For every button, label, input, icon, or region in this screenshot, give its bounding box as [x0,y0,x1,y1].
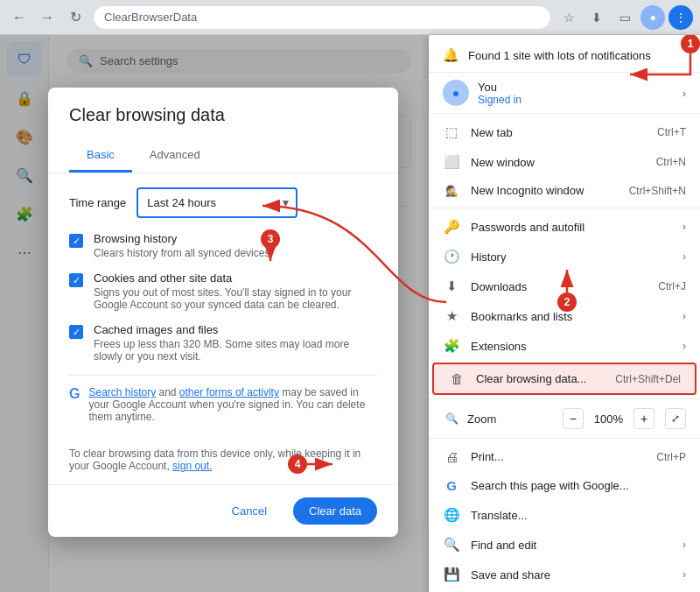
translate-label: Translate... [471,509,686,522]
bookmarks-label: Bookmarks and lists [471,310,672,323]
find-edit-label: Find and edit [471,539,672,552]
other-activity-link[interactable]: other forms of activity [179,386,279,398]
profile-avatar: ● [443,80,469,106]
save-share-arrow-icon: › [682,568,686,581]
dialog-footer: Cancel Clear data [48,484,398,537]
forward-button[interactable]: → [35,5,60,30]
history-arrow-icon: › [682,250,686,263]
dialog-title: Clear browsing data [48,88,398,139]
dialog-bottom-note: To clear browsing data from this device … [48,448,398,484]
menu-item-downloads[interactable]: ⬇ Downloads Ctrl+J [429,271,700,301]
refresh-button[interactable]: ↻ [63,5,88,30]
tab-advanced[interactable]: Advanced [132,139,218,173]
new-tab-label: New tab [471,126,647,139]
find-edit-arrow-icon: › [682,539,686,551]
chrome-menu-button[interactable]: ⋮ [668,5,693,30]
extensions-arrow-icon: › [682,340,686,352]
notification-text: Found 1 site with lots of notifications [468,49,651,62]
time-range-row: Time range Last hour Last 24 hours Last … [69,187,377,218]
menu-item-search-google[interactable]: G Search this page with Google... [429,471,700,500]
checkbox-browsing-history-check[interactable]: ✓ [69,234,83,248]
downloads-icon: ⬇ [443,278,460,294]
print-label: Print... [471,450,646,463]
zoom-icon: 🔍 [443,412,460,425]
address-bar[interactable]: ClearBrowserData [93,5,551,30]
menu-profile-row[interactable]: ● You Signed in › [429,73,700,114]
checkbox-cache-sub: Frees up less than 320 MB. Some sites ma… [94,338,377,363]
back-button[interactable]: ← [7,5,32,30]
history-icon: 🕐 [443,249,460,264]
search-google-icon: G [443,478,460,493]
menu-item-new-window[interactable]: ⬜ New window Ctrl+N [429,147,700,177]
clear-browsing-icon: 🗑 [448,371,466,386]
clear-data-button[interactable]: Clear data [293,497,377,525]
downloads-shortcut: Ctrl+J [658,280,686,292]
downloads-label: Downloads [471,280,648,293]
checkbox-cache-check[interactable]: ✓ [69,325,83,339]
tab-basic[interactable]: Basic [69,139,132,173]
checkbox-cookies: ✓ Cookies and other site data Signs you … [69,271,377,311]
menu-item-translate[interactable]: 🌐 Translate... [429,500,700,530]
bookmarks-arrow-icon: › [682,310,686,322]
bottom-note-text: To clear browsing data from this device … [69,448,360,472]
extensions-icon: 🧩 [443,338,460,354]
menu-notification: 🔔 Found 1 site with lots of notification… [429,39,700,73]
menu-item-print[interactable]: 🖨 Print... Ctrl+P [429,442,700,471]
menu-divider-1 [429,208,700,208]
menu-item-clear-browsing[interactable]: 🗑 Clear browsing data... Ctrl+Shift+Del [432,363,696,395]
menu-item-extensions[interactable]: 🧩 Extensions › [429,331,700,361]
menu-divider-3 [429,438,700,439]
extensions-label: Extensions [471,340,672,353]
incognito-shortcut: Ctrl+Shift+N [629,185,686,197]
find-edit-icon: 🔍 [443,537,460,553]
print-icon: 🖨 [443,449,460,464]
and-text: and [159,386,179,398]
download-icon-button[interactable]: ⬇ [584,5,609,30]
search-history-link[interactable]: Search history [88,386,156,398]
chrome-menu: 🔔 Found 1 site with lots of notification… [429,35,700,592]
screen-icon-button[interactable]: ▭ [612,5,637,30]
google-g-icon: G [69,386,80,402]
menu-item-incognito[interactable]: 🕵 New Incognito window Ctrl+Shift+N [429,177,700,204]
menu-item-bookmarks[interactable]: ★ Bookmarks and lists › [429,301,700,331]
menu-item-passwords[interactable]: 🔑 Passwords and autofill › [429,212,700,242]
dialog-body: Time range Last hour Last 24 hours Last … [48,173,398,448]
new-tab-icon: ⬚ [443,124,460,140]
zoom-minus-button[interactable]: − [563,408,584,429]
sign-out-link[interactable]: sign out. [172,460,212,472]
profile-name: You [478,81,522,94]
checkbox-browsing-sub: Clears history from all synced devices [94,247,270,259]
zoom-plus-button[interactable]: + [634,408,654,429]
browser-chrome: ← → ↻ ClearBrowserData ☆ ⬇ ▭ ● ⋮ [0,0,700,35]
menu-divider-2 [429,398,700,399]
menu-item-find-edit[interactable]: 🔍 Find and edit › [429,530,700,560]
notification-icon: 🔔 [443,47,459,63]
toolbar-icons: ☆ ⬇ ▭ ● ⋮ [556,5,693,30]
checkbox-cache: ✓ Cached images and files Frees up less … [69,323,377,363]
search-google-label: Search this page with Google... [471,479,686,492]
new-window-icon: ⬜ [443,154,460,170]
save-share-label: Save and share [471,568,672,581]
zoom-value: 100% [591,412,626,426]
passwords-icon: 🔑 [443,219,460,235]
clear-browsing-dialog: Clear browsing data Basic Advanced Time … [48,88,398,537]
passwords-arrow-icon: › [682,221,686,233]
checkbox-cookies-check[interactable]: ✓ [69,273,83,287]
history-label: History [471,250,672,264]
profile-icon-button[interactable]: ● [640,5,665,30]
clear-browsing-shortcut: Ctrl+Shift+Del [615,373,681,385]
cancel-button[interactable]: Cancel [216,497,283,525]
checkbox-browsing-label: Browsing history [94,232,270,245]
time-range-label: Time range [69,196,126,209]
time-range-select-wrap: Last hour Last 24 hours Last 7 days Last… [136,187,298,218]
new-window-shortcut: Ctrl+N [656,156,686,168]
bookmarks-icon: ★ [443,308,460,324]
menu-item-new-tab[interactable]: ⬚ New tab Ctrl+T [429,117,700,147]
zoom-label: Zoom [467,412,556,426]
checkbox-cache-label: Cached images and files [94,323,377,336]
menu-item-save-share[interactable]: 💾 Save and share › [429,560,700,589]
zoom-expand-button[interactable]: ⤢ [665,408,686,429]
time-range-select[interactable]: Last hour Last 24 hours Last 7 days Last… [138,191,296,215]
star-icon-button[interactable]: ☆ [556,5,581,30]
menu-item-history[interactable]: 🕐 History › [429,242,700,271]
